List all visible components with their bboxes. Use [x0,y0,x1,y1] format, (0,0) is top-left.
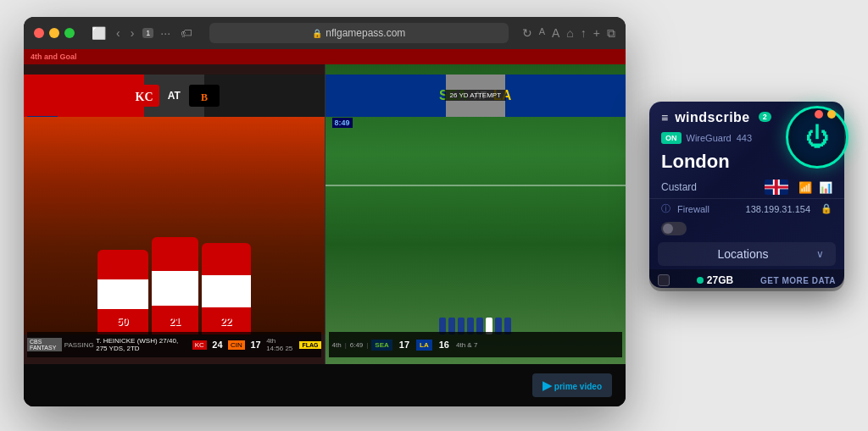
chevron-down-icon: ∨ [816,248,824,260]
firewall-row: ⓘ Firewall 138.199.31.154 🔒 [649,198,844,218]
sidebar-right-icon[interactable]: ⧉ [607,26,615,41]
close-button[interactable] [34,28,44,38]
maximize-button[interactable] [64,28,75,38]
flag-label: FLAG [299,341,320,349]
down-text: 4th and Goal [31,52,77,61]
port-text: 443 [737,133,752,143]
video-grid: KC AT B CBS NFL [24,64,626,364]
prime-icon: ▶ [542,379,552,392]
nfl-top-bar: 4th and Goal [24,49,626,64]
at-text-left: AT [168,90,181,102]
ssl-lock-icon: 🔒 [312,29,322,38]
cin-logo: B [187,83,221,108]
text-size-a-icon[interactable]: A [539,26,545,41]
server-row: Custard 📶 📊 [649,176,844,198]
prime-text: prime video [554,382,602,391]
bottom-bar: ▶ prime video [24,364,626,406]
players-background: 50 21 22 [24,117,325,334]
cin-abbr: CIN [228,340,245,350]
forward-button[interactable]: › [127,25,138,41]
nav-controls: ⬜ ‹ › 1 ··· 🏷 [88,25,196,41]
reload-icon[interactable]: ↻ [522,26,532,41]
attempt-label: 26 YD ATTEMPT [444,90,506,101]
url-text: nflgamepass.com [326,27,405,39]
server-name: Custard [661,181,697,193]
time-display: 8:49 [332,117,353,127]
firewall-toggle[interactable] [661,222,687,235]
firewall-label: Firewall [677,204,709,214]
data-dot [697,277,704,284]
tab-count: 1 [142,28,153,38]
passing-stats: T. HEINICKE (WSH) 27/40, 275 YDS, 2TD [96,337,190,352]
get-more-data-button[interactable]: GET MORE DATA [760,276,836,285]
passing-label: PASSING [64,341,94,349]
uk-flag [765,180,788,195]
title-bar: ⬜ ‹ › 1 ··· 🏷 🔒 nflgamepass.com ↻ A A ⌂ … [24,17,626,49]
panel-close-button[interactable] [815,110,823,119]
cbs-fantasy-label: CBS FANTASY [27,338,62,351]
browser-window: ⬜ ‹ › 1 ··· 🏷 🔒 nflgamepass.com ↻ A A ⌂ … [24,17,626,406]
notification-badge: 2 [759,112,771,122]
kc-score: 24 [209,340,225,350]
lock-icon: 🔒 [821,203,832,214]
ip-address: 138.199.31.154 [746,204,810,214]
player-21: 21 [152,237,198,334]
panel-footer: 27GB GET MORE DATA [649,269,844,291]
sea-abbr: SEA [371,340,392,351]
locations-label: Locations [670,247,816,261]
game-time-left: 4th 14:56 25 [266,337,294,352]
left-matchup-bar: KC AT B [24,75,325,117]
windscribe-panel: ⏻ ≡ windscribe 2 ON WireGuard 443 London… [649,102,844,288]
windscribe-panel-inner: ≡ windscribe 2 ON WireGuard 443 London C… [649,102,844,288]
back-button[interactable]: ‹ [113,25,124,41]
minimize-button[interactable] [49,28,59,38]
field-line [326,185,626,186]
info-icon[interactable]: ⓘ [661,202,670,215]
toolbar-actions: ↻ A A ⌂ ↑ + ⧉ [522,26,615,41]
bookmarks-icon[interactable]: 🏷 [177,25,196,41]
signal-bars-icon: 📊 [819,181,832,194]
kc-logo: KC [127,83,161,108]
traffic-lights [34,28,75,38]
cin-score: 17 [247,340,264,350]
panel-traffic-lights [815,110,836,119]
la-abbr: LA [416,340,432,351]
left-scoreboard: CBS FANTASY PASSING T. HEINICKE (WSH) 27… [27,332,321,357]
text-size-b-icon[interactable]: A [552,26,559,41]
browser-content: 4th and Goal KC AT [24,49,626,406]
city-name: London [661,151,730,172]
share-icon[interactable]: ↑ [581,26,587,41]
quarter-right: 4th [332,341,342,349]
data-amount: 27GB [707,274,733,286]
sea-score: 17 [396,340,413,350]
svg-text:KC: KC [135,91,153,103]
toggle-thumb [663,224,673,234]
protocol-text: WireGuard [687,133,732,143]
address-bar[interactable]: 🔒 nflgamepass.com [209,23,509,43]
field-players [326,267,626,334]
svg-text:B: B [201,91,208,103]
panel-minimize-button[interactable] [827,110,836,119]
data-badge: 27GB [697,274,733,286]
status-on-badge: ON [661,132,682,144]
la-score: 16 [436,340,453,350]
locations-button[interactable]: Locations ∨ [658,242,836,266]
hamburger-menu-icon[interactable]: ≡ [661,111,668,124]
add-tab-icon[interactable]: + [593,26,600,41]
kc-abbr: KC [192,340,207,350]
wifi-signal-icon: 📶 [798,181,812,194]
time-right: 6:49 [350,341,364,349]
windscribe-header: ≡ windscribe 2 [649,102,844,132]
right-video-panel: LA BOLD SEA [326,64,626,364]
player-22: 22 [202,243,251,334]
footer-checkbox[interactable] [658,274,670,286]
home-icon[interactable]: ⌂ [566,26,573,41]
left-video-panel: KC AT B CBS NFL [24,64,326,364]
sidebar-icon[interactable]: ⬜ [88,25,109,41]
toggle-row [649,218,844,239]
windscribe-logo-text: windscribe [675,110,750,125]
more-button[interactable]: ··· [157,25,174,41]
right-scoreboard: 4th | 6:49 | SEA 17 LA 16 4th & 7 [329,332,623,357]
prime-video-badge: ▶ prime video [532,373,612,397]
player-50: 50 [97,250,148,334]
